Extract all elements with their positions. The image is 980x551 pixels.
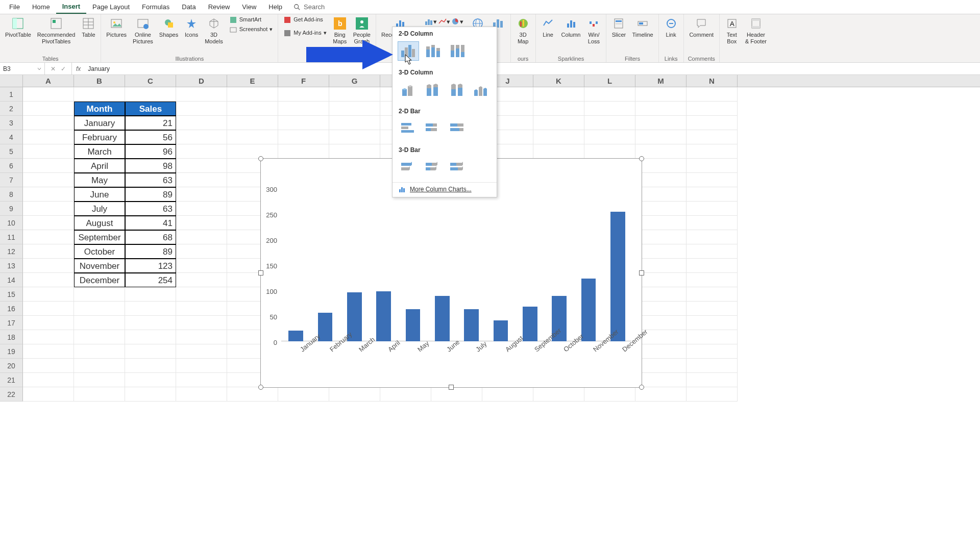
row-header[interactable]: 4 <box>0 130 23 144</box>
cell[interactable] <box>176 173 227 187</box>
cell[interactable] <box>176 259 227 273</box>
row-header[interactable]: 1 <box>0 87 23 102</box>
cell[interactable] <box>584 387 635 402</box>
select-all-corner[interactable] <box>0 75 23 87</box>
column-header[interactable]: M <box>635 75 687 87</box>
cell[interactable] <box>23 302 74 316</box>
cell[interactable] <box>23 273 74 287</box>
cell[interactable] <box>687 302 738 316</box>
cell[interactable] <box>23 287 74 302</box>
row-header[interactable]: 12 <box>0 244 23 259</box>
3d-map-button[interactable]: 3D Map <box>515 15 531 46</box>
cell[interactable] <box>23 187 74 202</box>
cell[interactable] <box>635 387 687 402</box>
chart-bar[interactable] <box>435 296 450 341</box>
cell[interactable] <box>635 230 687 244</box>
tab-review[interactable]: Review <box>202 1 236 13</box>
cell[interactable] <box>687 244 738 259</box>
link-button[interactable]: Link <box>663 15 679 39</box>
column-header[interactable]: G <box>329 75 380 87</box>
row-header[interactable]: 17 <box>0 316 23 330</box>
cell[interactable] <box>176 359 227 373</box>
more-column-charts-link[interactable]: More Column Charts... <box>393 182 497 196</box>
cell[interactable] <box>635 344 687 359</box>
cell[interactable] <box>635 287 687 302</box>
get-addins-button[interactable]: Get Add-ins <box>282 15 327 24</box>
row-header[interactable]: 22 <box>0 387 23 402</box>
cell[interactable]: February <box>74 130 125 144</box>
cell[interactable] <box>687 87 738 102</box>
cell[interactable] <box>635 216 687 230</box>
cell[interactable] <box>176 316 227 330</box>
cell[interactable] <box>74 302 125 316</box>
cell[interactable]: 123 <box>125 259 176 273</box>
cell[interactable] <box>687 273 738 287</box>
column-header[interactable]: K <box>533 75 584 87</box>
column-header[interactable]: E <box>227 75 278 87</box>
cell[interactable] <box>23 359 74 373</box>
row-header[interactable]: 10 <box>0 216 23 230</box>
cell[interactable] <box>176 87 227 102</box>
cell[interactable] <box>176 244 227 259</box>
tab-file[interactable]: File <box>3 1 26 13</box>
cell[interactable]: 89 <box>125 244 176 259</box>
cell[interactable] <box>74 316 125 330</box>
cell[interactable] <box>329 387 380 402</box>
cell[interactable] <box>125 287 176 302</box>
insert-line-chart-button[interactable]: ▾ <box>438 16 450 27</box>
cell[interactable] <box>329 130 380 144</box>
3d-stacked-bar-option[interactable] <box>422 158 444 177</box>
column-header[interactable]: F <box>278 75 329 87</box>
3d-column-option[interactable] <box>471 80 492 99</box>
cell[interactable] <box>176 287 227 302</box>
cell[interactable]: 21 <box>125 116 176 130</box>
cell[interactable] <box>125 330 176 344</box>
cell[interactable]: 41 <box>125 216 176 230</box>
cell[interactable] <box>635 202 687 216</box>
chart-bar[interactable] <box>494 320 508 341</box>
3d-100-stacked-column-option[interactable] <box>446 80 468 99</box>
cell[interactable] <box>227 116 278 130</box>
row-header[interactable]: 20 <box>0 359 23 373</box>
cell[interactable] <box>329 102 380 116</box>
header-footer-button[interactable]: Header & Footer <box>744 15 768 46</box>
cell[interactable] <box>125 373 176 387</box>
cell[interactable] <box>23 116 74 130</box>
cell[interactable] <box>74 330 125 344</box>
slicer-button[interactable]: Slicer <box>610 15 627 39</box>
chart-handle-e[interactable] <box>639 270 644 276</box>
cell[interactable] <box>635 302 687 316</box>
cell[interactable] <box>74 87 125 102</box>
clustered-bar-option[interactable] <box>398 119 419 138</box>
textbox-button[interactable]: AText Box <box>724 15 740 46</box>
cell[interactable] <box>431 387 482 402</box>
cell[interactable] <box>176 330 227 344</box>
cell[interactable] <box>176 187 227 202</box>
cell[interactable] <box>176 102 227 116</box>
cell[interactable] <box>687 116 738 130</box>
row-header[interactable]: 21 <box>0 373 23 387</box>
cell[interactable]: July <box>74 202 125 216</box>
cell[interactable]: April <box>74 159 125 173</box>
tell-me-search[interactable]: Search <box>293 3 325 11</box>
cell[interactable] <box>278 144 329 159</box>
row-header[interactable]: 18 <box>0 330 23 344</box>
row-header[interactable]: 13 <box>0 259 23 273</box>
chart-bar[interactable] <box>406 309 421 341</box>
cell[interactable] <box>635 130 687 144</box>
3d-100-stacked-bar-option[interactable] <box>447 158 468 177</box>
cell[interactable] <box>227 130 278 144</box>
3d-clustered-bar-option[interactable] <box>398 158 419 177</box>
cell[interactable] <box>533 144 584 159</box>
cell[interactable] <box>23 387 74 402</box>
row-header[interactable]: 3 <box>0 116 23 130</box>
cell[interactable] <box>635 187 687 202</box>
cell[interactable]: September <box>74 230 125 244</box>
row-header[interactable]: 7 <box>0 173 23 187</box>
cell[interactable] <box>23 316 74 330</box>
cell[interactable] <box>227 102 278 116</box>
cell[interactable] <box>125 87 176 102</box>
cell[interactable] <box>687 173 738 187</box>
cell[interactable] <box>533 130 584 144</box>
cell[interactable]: 63 <box>125 202 176 216</box>
